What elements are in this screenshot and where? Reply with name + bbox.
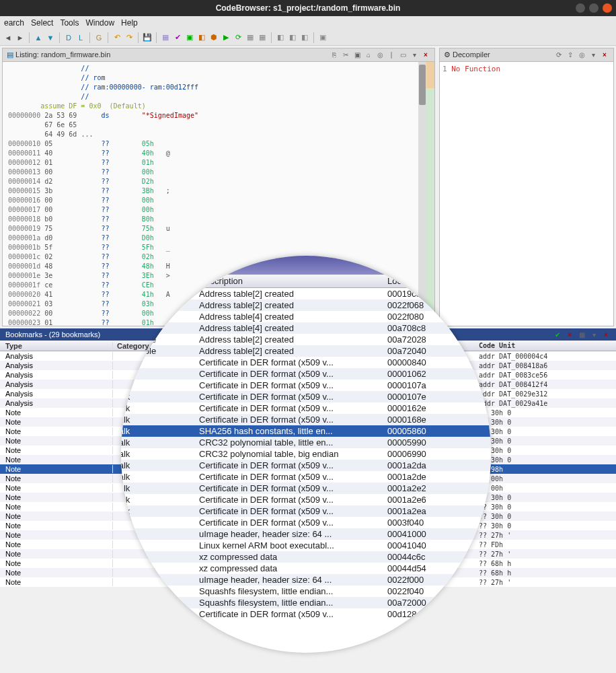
goto-icon[interactable]: G (93, 32, 104, 43)
col-type[interactable]: Type (0, 342, 113, 350)
down-icon[interactable]: ▼ (45, 32, 56, 43)
up-icon[interactable]: ▲ (33, 32, 44, 43)
select-icon[interactable]: ▦ (577, 330, 586, 339)
listing-line[interactable]: // (8, 64, 432, 73)
define-icon[interactable]: D (63, 32, 74, 43)
magnified-bookmark-row[interactable]: binwalkxz compressed data00044d54 (121, 563, 491, 574)
clip-icon[interactable]: ✂ (341, 50, 350, 60)
cam-icon[interactable]: ◎ (375, 50, 385, 60)
house-icon[interactable]: ⌂ (364, 50, 373, 60)
magnified-bookmark-row[interactable]: binwalkCertificate in DER format (x509 v… (121, 460, 491, 471)
magnified-bookmark-row[interactable]: binwalkCertificate in DER format (x509 v… (121, 368, 491, 380)
magnified-bookmark-row[interactable]: binwalkCertificate in DER format (x509 v… (121, 391, 491, 402)
menu-select[interactable]: Select (31, 18, 53, 28)
label-icon[interactable]: L (75, 32, 86, 43)
listing-line[interactable]: assume DF = 0x0 (Default) (8, 102, 432, 111)
listing-line[interactable]: 64 49 6d ... (8, 130, 432, 139)
magnified-bookmark-row[interactable]: binwalkCertificate in DER format (x509 v… (121, 483, 491, 494)
listing-line[interactable]: 00000011 40 ?? 40h @ (8, 149, 432, 158)
close3-icon[interactable]: × (601, 330, 611, 339)
menu-tools[interactable]: Tools (60, 18, 79, 28)
window-minimize-button[interactable] (576, 3, 585, 13)
magnified-bookmark-row[interactable]: binwalkCRC32 polynomial table, little en… (121, 437, 491, 448)
magnified-bookmark-row[interactable]: binwalkuImage header, header size: 64 ..… (121, 574, 491, 586)
undo-icon[interactable]: ↶ (112, 32, 122, 43)
listing-line[interactable]: 00000013 00 ?? 00h (8, 168, 432, 177)
magnified-bookmark-row[interactable]: binwalkCertificate in DER format (x509 v… (121, 380, 491, 391)
magnified-bookmark-row[interactable]: binwalkCertificate in DER format (x509 v… (121, 471, 491, 483)
delete-icon[interactable]: × (565, 330, 574, 339)
listing-line[interactable]: 00000012 01 ?? 01h (8, 158, 432, 168)
cam2-icon[interactable]: ◎ (577, 50, 586, 60)
check-icon[interactable]: ✔ (172, 32, 183, 43)
listing-line[interactable]: // ram:00000000- ram:00d12fff (8, 83, 432, 92)
back-icon[interactable]: ◄ (3, 32, 13, 43)
listing-line[interactable]: 00000000 2a 53 69 ds "*SignedImage" (8, 111, 432, 120)
magnified-bookmark-row[interactable]: binwalkCertificate in DER format (x509 v… (121, 494, 491, 505)
diff-icon[interactable]: ◧ (196, 32, 207, 43)
magnified-bookmark-row[interactable]: binwalkSquashfs filesystem, little endia… (121, 597, 491, 608)
magnified-bookmark-row[interactable]: Address TableAddress table[2] created00a… (121, 334, 491, 345)
export-icon[interactable]: ⇪ (566, 50, 575, 60)
magnified-bookmark-row[interactable]: binwalkCertificate in DER format (x509 v… (121, 402, 491, 414)
magnified-bookmark-row[interactable]: binwalkxz compressed data00044c6c (121, 551, 491, 563)
magnified-bookmark-row[interactable]: binwalkuImage header, header size: 64 ..… (121, 528, 491, 540)
refresh-icon[interactable]: ⟳ (554, 50, 564, 60)
bug-icon[interactable]: ⬢ (208, 32, 219, 43)
cycle-icon[interactable]: ⟳ (233, 32, 243, 43)
listing-line[interactable]: 00000019 75 ?? 75h u (8, 224, 432, 234)
magnified-bookmark-row[interactable]: binwalkSHA256 hash constants, little en.… (121, 425, 491, 437)
book-icon[interactable]: ▣ (184, 32, 195, 43)
listing-line[interactable]: 67 6e 65 (8, 120, 432, 130)
menu-help[interactable]: Help (121, 18, 138, 28)
listing-line[interactable]: 00000017 00 ?? 00h (8, 205, 432, 215)
stop-icon[interactable]: ▦ (245, 32, 256, 43)
listing-line[interactable]: 0000001b 5f ?? 5Fh _ (8, 243, 432, 252)
window-maximize-button[interactable] (589, 3, 599, 13)
menu-window[interactable]: Window (85, 18, 114, 28)
snap2-icon[interactable]: ◧ (287, 32, 298, 43)
magnified-bookmark-row[interactable]: binwalkCertificate in DER format (x509 v… (121, 414, 491, 425)
magnified-bookmark-row[interactable]: Address TableAddress table[2] created00a… (121, 345, 491, 357)
copy-icon[interactable]: ⎘ (330, 50, 339, 60)
mark-icon[interactable]: ▣ (317, 32, 328, 43)
menu2-icon[interactable]: ▾ (588, 50, 598, 60)
field-icon[interactable]: ▭ (398, 50, 408, 60)
menu-icon[interactable]: ▾ (410, 50, 419, 60)
col-code-unit[interactable]: Code Unit (475, 342, 616, 349)
magnified-bookmark-row[interactable]: binwalkCRC32 polynomial table, big endia… (121, 448, 491, 460)
close-icon[interactable]: × (421, 50, 430, 60)
snap3-icon[interactable]: ◧ (299, 32, 310, 43)
window-close-button[interactable] (603, 3, 612, 13)
magnified-bookmark-row[interactable]: binwalkCertificate in DER format (x509 v… (121, 505, 491, 517)
listing-overview-ruler[interactable] (426, 62, 434, 326)
close2-icon[interactable]: × (600, 50, 609, 60)
listing-line[interactable]: 00000010 05 ?? 05h (8, 139, 432, 149)
listing-line[interactable]: 00000016 00 ?? 00h (8, 196, 432, 205)
magnified-bookmark-row[interactable]: binwalkCertificate in DER format (x509 v… (121, 357, 491, 368)
listing-line[interactable]: 0000001a d0 ?? D0h (8, 234, 432, 243)
menu-search[interactable]: earch (4, 18, 24, 28)
snap1-icon[interactable]: ◧ (275, 32, 286, 43)
forward-icon[interactable]: ► (15, 32, 26, 43)
magnified-bookmark-row[interactable]: Address TableAddress table[4] created002… (121, 311, 491, 322)
filter-icon[interactable]: ✔ (553, 330, 562, 339)
magnified-bookmark-row[interactable]: Address TableAddress table[4] created00a… (121, 322, 491, 334)
gear-icon[interactable]: ▦ (257, 32, 268, 43)
magnified-bookmark-row[interactable]: binwalkCertificate in DER format (x509 v… (121, 608, 491, 620)
vertical-scrollbar[interactable] (418, 62, 426, 326)
more-icon[interactable]: ▾ (589, 330, 599, 339)
listing-line[interactable]: // rom (8, 73, 432, 83)
listing-line[interactable]: 00000018 b0 ?? B0h (8, 215, 432, 224)
listing-line[interactable]: // (8, 92, 432, 102)
magnified-bookmark-row[interactable]: binwalkLinux kernel ARM boot executabl..… (121, 540, 491, 551)
magnified-bookmark-row[interactable]: binwalkSquashfs filesystem, little endia… (121, 586, 491, 597)
run-icon[interactable]: ▶ (221, 32, 231, 43)
redo-icon[interactable]: ↷ (124, 32, 134, 43)
listing-line[interactable]: 0000001c 02 ?? 02h (8, 252, 432, 262)
box-icon[interactable]: ▣ (352, 50, 362, 60)
magnified-bookmark-row[interactable]: binwalkCertificate in DER format (x509 v… (121, 517, 491, 528)
listing-line[interactable]: 00000014 d2 ?? D2h (8, 177, 432, 186)
ledger-icon[interactable]: ▦ (160, 32, 171, 43)
listing-line[interactable]: 00000015 3b ?? 3Bh ; (8, 186, 432, 196)
